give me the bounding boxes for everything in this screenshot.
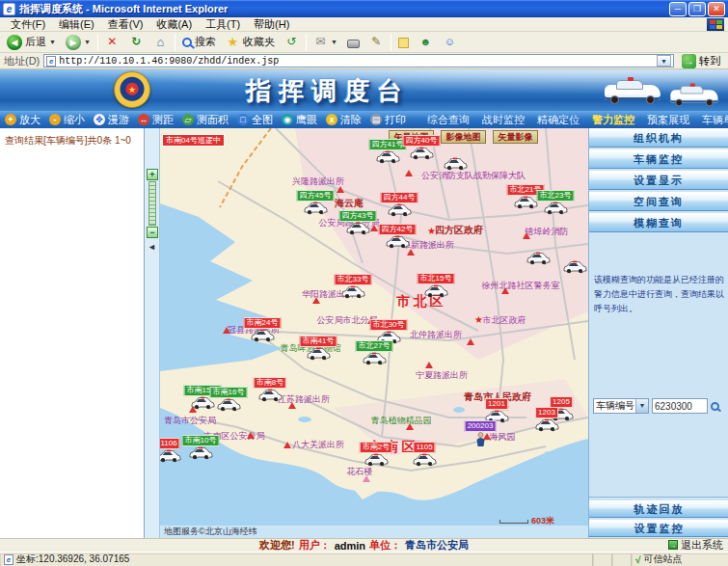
police-vehicle-icon[interactable]: [362, 352, 387, 367]
menu-item[interactable]: 工具(T): [199, 17, 247, 32]
police-vehicle-icon[interactable]: [303, 202, 328, 217]
forward-dropdown-icon[interactable]: ▼: [84, 39, 91, 45]
sidebar-button-轨迹回放[interactable]: 轨迹回放: [589, 500, 728, 518]
map-canvas[interactable]: 矢量地图影像地图矢量影像 市南04号巡逻中 兴隆路派出所公安消防支队战勤保障大队…: [160, 128, 588, 538]
police-vehicle-icon[interactable]: [216, 398, 241, 414]
close-button[interactable]: ✕: [708, 2, 725, 16]
mail-button[interactable]: ✉▼: [310, 34, 340, 50]
back-dropdown-icon[interactable]: ▼: [49, 39, 56, 45]
police-vehicle-icon[interactable]: [385, 235, 410, 251]
police-vehicle-icon[interactable]: [543, 202, 568, 217]
map-tool-label: 放大: [19, 113, 40, 127]
menu-item[interactable]: 查看(V): [101, 17, 150, 32]
restore-button[interactable]: ❐: [688, 2, 706, 16]
vehicle-label: 市南10号: [182, 435, 220, 446]
forward-button[interactable]: ▶ ▼: [63, 34, 94, 51]
police-vehicle-icon[interactable]: [364, 453, 389, 469]
vehicle-number-input[interactable]: [652, 398, 708, 414]
minimize-button[interactable]: ─: [669, 2, 687, 16]
police-vehicle-icon[interactable]: [475, 432, 486, 449]
panel-splitter[interactable]: + − ◄: [145, 128, 160, 538]
home-button[interactable]: ⌂: [150, 34, 171, 50]
select-dropdown-icon[interactable]: ▼: [635, 399, 648, 413]
police-vehicle-icon[interactable]: [340, 285, 365, 301]
police-vehicle-icon[interactable]: [375, 150, 400, 166]
map-tool-full-extent[interactable]: □全图: [237, 113, 273, 127]
map-tool-overview[interactable]: ◉鹰眼: [282, 113, 317, 127]
address-label: 地址(D): [4, 54, 40, 68]
edit-button[interactable]: ✎: [366, 34, 387, 50]
refresh-button[interactable]: ↻: [126, 34, 147, 50]
url-text[interactable]: http://110.10.1.46:9080/zhdd/index.jsp: [59, 56, 654, 67]
police-vehicle-icon[interactable]: [534, 418, 559, 434]
search-icon: [182, 38, 192, 47]
nav-item-警力监控[interactable]: 警力监控: [592, 113, 634, 127]
back-button[interactable]: ◀ 后退 ▼: [4, 34, 59, 51]
menu-item[interactable]: 编辑(E): [52, 17, 101, 32]
nav-item-精确定位[interactable]: 精确定位: [537, 113, 580, 127]
map-tool-zoom-in[interactable]: +放大: [5, 113, 40, 127]
messenger-button[interactable]: ☻: [416, 34, 436, 50]
sidebar-button-设置监控[interactable]: 设置监控: [589, 520, 728, 537]
search-button[interactable]: 搜索: [179, 34, 219, 50]
layer-button[interactable]: 影像地图: [441, 130, 486, 144]
query-search-icon[interactable]: [711, 402, 719, 411]
police-vehicle-icon[interactable]: [412, 453, 437, 469]
sidebar-button-车辆监控[interactable]: 车辆监控: [589, 149, 728, 169]
menu-item[interactable]: 帮助(H): [247, 17, 296, 32]
query-field-select[interactable]: 车辆编号 ▼: [593, 398, 649, 414]
police-vehicle-icon[interactable]: [160, 449, 181, 465]
police-vehicle-icon[interactable]: [526, 252, 551, 267]
nav-item-预案展现[interactable]: 预案展现: [647, 113, 689, 127]
map-tool-clear[interactable]: x清除: [326, 113, 362, 127]
address-input[interactable]: e http://110.10.1.46:9080/zhdd/index.jsp…: [43, 54, 674, 67]
menu-item[interactable]: 收藏(A): [149, 17, 199, 32]
discuss-button[interactable]: [395, 35, 412, 49]
police-vehicle-icon[interactable]: [513, 196, 538, 211]
police-vehicle-icon[interactable]: [190, 396, 215, 412]
media-button[interactable]: ☺: [440, 34, 460, 50]
police-vehicle-icon[interactable]: [250, 329, 275, 344]
panel-collapse-arrow[interactable]: ◄: [148, 242, 156, 252]
menu-item[interactable]: 文件(F): [4, 17, 52, 32]
map-tool-measure-area[interactable]: ▱测面积: [182, 113, 229, 127]
history-button[interactable]: ↺: [282, 34, 302, 50]
police-vehicle-icon[interactable]: [443, 157, 468, 173]
police-vehicle-icon[interactable]: [345, 222, 370, 237]
police-badge-icon: [114, 71, 150, 108]
measure-distance-icon: ↔: [138, 114, 149, 125]
map-tool-print[interactable]: ▤打印: [370, 113, 406, 127]
map-zoom-slider[interactable]: [148, 181, 156, 226]
map-zoom-in-button[interactable]: +: [147, 169, 158, 180]
map-tool-measure-distance[interactable]: ↔测距: [138, 113, 174, 127]
map-zoom-out-button[interactable]: −: [147, 227, 158, 238]
stop-button[interactable]: ✕: [102, 34, 122, 50]
map-tool-pan[interactable]: ✥漫游: [94, 113, 129, 127]
police-vehicle-icon[interactable]: [188, 446, 213, 462]
nav-item-车辆单兵[interactable]: 车辆单兵: [702, 113, 728, 127]
police-vehicle-icon[interactable]: [423, 284, 448, 300]
address-dropdown-icon[interactable]: ▼: [657, 55, 671, 67]
police-vehicle-icon[interactable]: [409, 147, 434, 162]
sidebar-button-组织机构[interactable]: 组织机构: [589, 128, 728, 148]
police-vehicle-icon[interactable]: [387, 203, 412, 219]
police-vehicle-icon[interactable]: [306, 347, 331, 363]
edit-icon: ✎: [369, 35, 384, 49]
sidebar-button-模糊查询[interactable]: 模糊查询: [589, 213, 728, 232]
vehicle-label: 四方45号: [297, 190, 335, 202]
nav-item-综合查询[interactable]: 综合查询: [427, 113, 470, 127]
sidebar-button-空间查询[interactable]: 空间查询: [589, 192, 728, 211]
layer-button[interactable]: 矢量影像: [493, 130, 538, 144]
map-alert-label[interactable]: 市南04号巡逻中: [162, 134, 225, 147]
police-vehicle-icon[interactable]: [257, 389, 283, 404]
favorites-button[interactable]: ★ 收藏夹: [223, 34, 278, 50]
print-button[interactable]: [344, 36, 363, 49]
mail-dropdown-icon[interactable]: ▼: [331, 39, 337, 45]
police-vehicle-icon[interactable]: [562, 260, 587, 276]
nav-item-战时监控[interactable]: 战时监控: [482, 113, 525, 127]
title-bar[interactable]: e 指挥调度系统 - Microsoft Internet Explorer ─…: [0, 0, 728, 17]
exit-system-button[interactable]: → 退出系统: [668, 538, 723, 552]
sidebar-button-设置显示[interactable]: 设置显示: [589, 171, 728, 190]
map-tool-zoom-out[interactable]: -缩小: [49, 113, 85, 127]
go-button[interactable]: → 转到: [678, 54, 724, 68]
